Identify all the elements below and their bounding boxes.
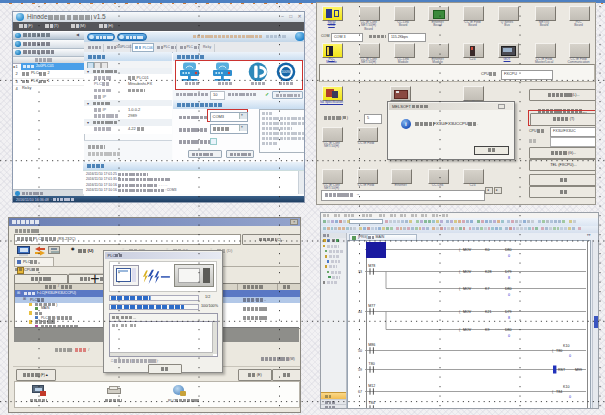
svg-text:T80: T80: [556, 349, 562, 353]
svg-text:8: 8: [508, 276, 510, 280]
svg-text:MOV: MOV: [463, 270, 472, 274]
svg-text:0: 0: [508, 254, 510, 258]
svg-text:0: 0: [508, 334, 510, 338]
svg-text:D80: D80: [505, 287, 512, 291]
svg-text:MOV: MOV: [463, 287, 472, 291]
svg-text:D79: D79: [505, 310, 512, 314]
svg-text:T80: T80: [369, 362, 375, 366]
svg-text:K21: K21: [485, 310, 491, 314]
svg-text:0: 0: [508, 293, 510, 297]
svg-text:67: 67: [358, 390, 362, 394]
svg-text:T84: T84: [556, 390, 562, 394]
svg-text:0: 0: [569, 354, 571, 358]
svg-text:K10: K10: [563, 344, 569, 348]
svg-text:D80: D80: [505, 248, 512, 252]
svg-text:K9: K9: [485, 328, 489, 332]
svg-text:0: 0: [569, 395, 571, 399]
svg-text:K7: K7: [485, 287, 489, 291]
svg-text:M86: M86: [368, 343, 375, 347]
svg-text:D79: D79: [505, 270, 512, 274]
svg-text:MOV: MOV: [463, 328, 472, 332]
svg-text:K28: K28: [485, 270, 491, 274]
svg-text:T84: T84: [369, 401, 375, 405]
svg-text:M99: M99: [575, 368, 582, 372]
svg-text:M12: M12: [368, 384, 375, 388]
svg-text:RST: RST: [558, 368, 566, 372]
svg-text:MOV: MOV: [463, 248, 472, 252]
svg-text:D80: D80: [505, 328, 512, 332]
svg-text:MOV: MOV: [463, 310, 472, 314]
svg-text:50: 50: [358, 349, 362, 353]
svg-text:K0: K0: [485, 248, 489, 252]
svg-text:M78: M78: [368, 264, 375, 268]
svg-text:59: 59: [358, 368, 362, 372]
svg-text:K10: K10: [563, 385, 569, 389]
svg-text:33: 33: [358, 270, 362, 274]
svg-text:44: 44: [358, 310, 362, 314]
svg-text:8: 8: [508, 316, 510, 320]
svg-text:100%: 100%: [282, 70, 291, 74]
svg-text:M77: M77: [368, 304, 375, 308]
